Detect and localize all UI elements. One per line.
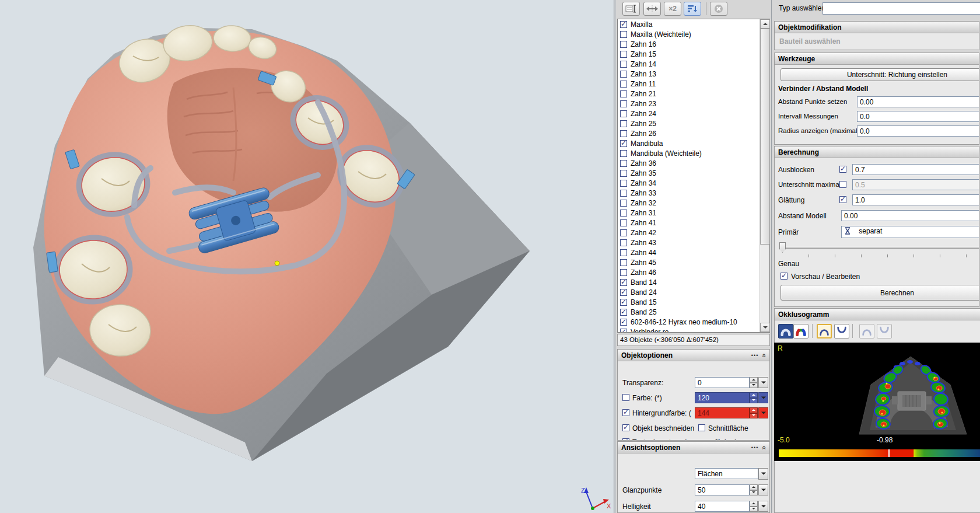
glanzpunkte-dropdown[interactable] <box>758 484 768 495</box>
objekt-beschneiden-checkbox[interactable] <box>622 424 629 431</box>
glanzpunkte-spinner[interactable] <box>750 484 758 495</box>
rename-button[interactable] <box>622 2 640 16</box>
list-item[interactable]: Band 24 <box>618 287 760 297</box>
arch-maxilla-filled-button[interactable] <box>778 324 793 338</box>
okklusogramm-header[interactable]: Okklusogramm <box>775 309 980 320</box>
item-checkbox[interactable] <box>620 150 627 157</box>
arch-maxilla-outline-button[interactable] <box>817 324 832 338</box>
list-item[interactable]: Zahn 34 <box>618 178 760 188</box>
item-checkbox[interactable] <box>620 180 627 187</box>
ausblocken-input[interactable] <box>852 164 979 175</box>
werkzeuge-header[interactable]: Werkzeuge <box>775 53 979 65</box>
transparenz-dropdown[interactable] <box>758 377 768 388</box>
item-checkbox[interactable] <box>620 309 627 316</box>
panel-menu-icon[interactable]: ••• <box>751 445 758 451</box>
unterschnitt-richtung-button[interactable]: Unterschnitt: Richtung einstellen <box>780 68 979 81</box>
farbe-input[interactable] <box>695 392 750 403</box>
item-checkbox[interactable] <box>620 81 627 88</box>
item-checkbox[interactable] <box>620 229 627 236</box>
item-checkbox[interactable] <box>620 41 627 48</box>
list-item[interactable]: Band 25 <box>618 307 760 317</box>
farbe-color-dropdown[interactable] <box>758 392 768 403</box>
list-item[interactable]: Zahn 43 <box>618 238 760 247</box>
item-checkbox[interactable] <box>620 110 627 117</box>
berechnen-button[interactable]: Berechnen <box>780 285 979 301</box>
item-checkbox[interactable] <box>620 100 627 107</box>
item-checkbox[interactable] <box>620 21 627 28</box>
scroll-up-button[interactable] <box>760 19 770 29</box>
list-scrollbar[interactable] <box>760 19 769 332</box>
collapse-icon[interactable]: « <box>761 446 769 450</box>
list-item[interactable]: Band 14 <box>618 277 760 287</box>
list-item[interactable]: Zahn 23 <box>618 99 760 109</box>
list-item[interactable]: Zahn 35 <box>618 168 760 178</box>
item-checkbox[interactable] <box>620 71 627 78</box>
list-item[interactable]: 602-846-12 Hyrax neo medium-10 <box>618 317 760 327</box>
item-checkbox[interactable] <box>620 61 627 68</box>
ausblocken-checkbox[interactable] <box>839 166 846 173</box>
item-checkbox[interactable] <box>620 130 627 137</box>
hintergrundfarbe-checkbox[interactable] <box>622 409 629 416</box>
unterschnitt-maximal-checkbox[interactable] <box>839 181 846 188</box>
list-item[interactable]: Zahn 25 <box>618 118 760 128</box>
item-checkbox[interactable] <box>620 219 627 226</box>
helligkeit-spinner[interactable] <box>750 501 758 512</box>
intervall-input[interactable] <box>857 111 979 122</box>
close-button[interactable] <box>710 2 727 16</box>
hintergrundfarbe-input[interactable] <box>695 407 750 418</box>
list-item[interactable]: Zahn 26 <box>618 128 760 138</box>
item-checkbox[interactable] <box>620 319 627 326</box>
list-item[interactable]: Zahn 15 <box>618 49 760 59</box>
glanzpunkte-input[interactable] <box>695 484 750 495</box>
glaettung-checkbox[interactable] <box>839 196 846 203</box>
list-item[interactable]: Zahn 14 <box>618 59 760 69</box>
item-checkbox[interactable] <box>620 259 627 266</box>
item-checkbox[interactable] <box>620 299 627 306</box>
genau-slider-track[interactable] <box>779 247 979 249</box>
item-checkbox[interactable] <box>620 120 627 127</box>
collapse-icon[interactable]: « <box>761 354 769 358</box>
arch-maxilla-colored-button[interactable] <box>793 324 808 338</box>
arch-mandibula-disabled-button[interactable] <box>877 324 892 338</box>
item-checkbox[interactable] <box>620 269 627 276</box>
list-item[interactable]: Maxilla (Weichteile) <box>618 29 760 39</box>
list-item[interactable]: Zahn 42 <box>618 228 760 238</box>
arch-maxilla-disabled-button[interactable] <box>859 324 874 338</box>
scrollbar-thumb[interactable] <box>760 29 770 245</box>
arch-mandibula-outline-button[interactable] <box>834 324 849 338</box>
list-item[interactable]: Zahn 33 <box>618 188 760 198</box>
vorschau-checkbox[interactable] <box>780 273 788 280</box>
mirror-button[interactable] <box>643 2 661 16</box>
hintergrundfarbe-spinner[interactable] <box>750 407 758 418</box>
typ-input[interactable] <box>822 2 980 15</box>
list-item[interactable]: Zahn 11 <box>618 79 760 89</box>
list-item[interactable]: Zahn 32 <box>618 198 760 208</box>
abstand-punkte-input[interactable] <box>857 96 979 107</box>
list-item[interactable]: Zahn 31 <box>618 208 760 218</box>
objektmodifikation-header[interactable]: Objektmodifikation <box>775 22 979 33</box>
list-item[interactable]: Zahn 46 <box>618 267 760 277</box>
item-checkbox[interactable] <box>620 329 627 333</box>
helligkeit-dropdown[interactable] <box>758 501 768 512</box>
ansichtsoptionen-header[interactable]: Ansichtsoptionen •••« <box>618 442 769 453</box>
glaettung-input[interactable] <box>852 194 979 205</box>
item-checkbox[interactable] <box>620 279 627 286</box>
transparenz-input[interactable] <box>695 377 750 388</box>
list-item[interactable]: Zahn 44 <box>618 247 760 257</box>
farbe-spinner[interactable] <box>750 392 758 403</box>
item-checkbox[interactable] <box>620 249 627 256</box>
radius-input[interactable] <box>857 125 979 137</box>
primaer-select[interactable]: separat <box>841 226 979 238</box>
item-checkbox[interactable] <box>620 200 627 207</box>
list-item[interactable]: Verbinder re <box>618 327 760 332</box>
list-item[interactable]: Maxilla <box>618 19 760 29</box>
list-item[interactable]: Mandibula <box>618 138 760 148</box>
scroll-down-button[interactable] <box>760 323 770 332</box>
unterschnitt-maximal-input[interactable] <box>852 179 979 190</box>
panel-menu-icon[interactable]: ••• <box>751 353 758 358</box>
genau-slider-handle[interactable] <box>779 242 786 253</box>
list-item[interactable]: Band 15 <box>618 297 760 307</box>
item-checkbox[interactable] <box>620 170 627 177</box>
berechnung-header[interactable]: Berechnung <box>775 146 979 158</box>
sort-button[interactable] <box>684 2 701 16</box>
